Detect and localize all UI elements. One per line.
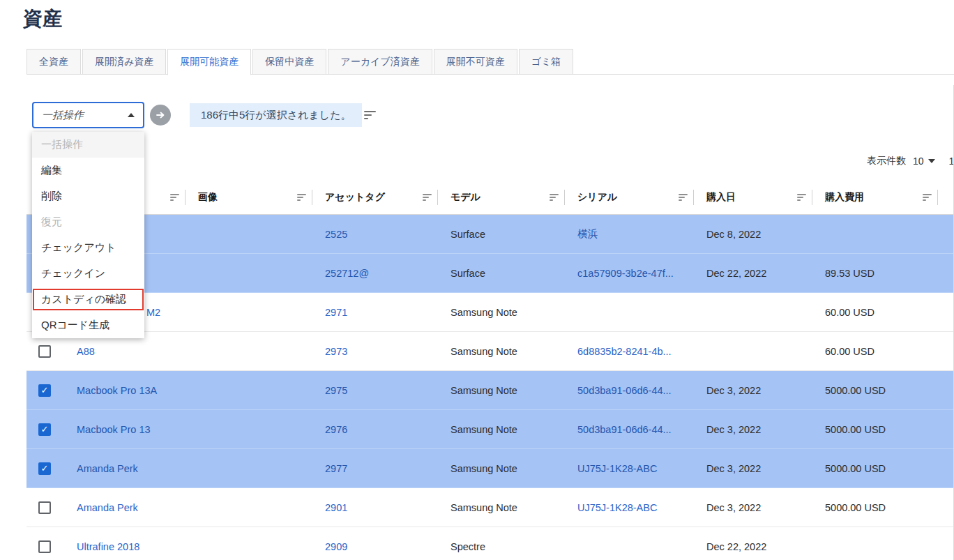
cell-link[interactable]: 50d3ba91-06d6-44...	[577, 385, 672, 396]
table-cell: 50d3ba91-06d6-44...	[565, 410, 694, 448]
table-cell: 横浜	[565, 215, 694, 253]
column-filter-icon[interactable]	[297, 194, 306, 201]
cell-text: 5000.00 USD	[825, 502, 886, 513]
table-cell: Ultrafine 2018	[64, 527, 186, 560]
tab-1[interactable]: 全資産	[26, 49, 81, 75]
column-filter-icon[interactable]	[679, 194, 688, 201]
row-checkbox[interactable]: ✓	[38, 384, 51, 397]
page-title: 資産	[23, 6, 62, 32]
table-cell: 2971	[312, 293, 438, 331]
table-cell	[938, 332, 954, 370]
table-cell	[186, 410, 312, 448]
table-cell	[186, 527, 312, 560]
tab-7[interactable]: ゴミ箱	[519, 49, 574, 75]
column-header[interactable]: 画像	[186, 180, 312, 214]
tab-5[interactable]: アーカイブ済資産	[328, 49, 432, 75]
cell-link[interactable]: Ultrafine 2018	[77, 541, 139, 552]
page-size-select[interactable]: 10	[913, 156, 935, 167]
bulk-menu-item-5[interactable]: チェックアウト	[32, 235, 144, 261]
row-checkbox[interactable]	[38, 501, 51, 514]
column-header[interactable]: シリアル	[565, 180, 694, 214]
cell-text: 89.53 USD	[825, 268, 874, 279]
table-cell: UJ75J-1K28-ABC	[565, 488, 694, 527]
assets-table: 画像アセットタグモデルシリアル購入日購入費用 ✓2525Surface横浜Dec…	[26, 180, 954, 560]
table-cell	[186, 215, 312, 253]
tab-4[interactable]: 保留中資産	[252, 49, 326, 75]
table-cell: ✓	[26, 410, 64, 448]
table-cell: 6d8835b2-8241-4b...	[565, 332, 694, 370]
cell-link[interactable]: A88	[77, 346, 95, 357]
column-header[interactable]: アセットタグ	[312, 180, 438, 214]
table-cell: Dec 22, 2022	[694, 527, 812, 560]
bulk-menu-item-7[interactable]: カストディの確認	[33, 289, 144, 310]
cell-link[interactable]: 252712@	[325, 268, 369, 279]
cell-link[interactable]: Amanda Perk	[77, 463, 138, 474]
cell-link[interactable]: M2	[146, 307, 160, 318]
table-row: M22971Samsung Note60.00 USD	[26, 293, 954, 332]
cell-link[interactable]: 2971	[325, 307, 347, 318]
column-filter-icon[interactable]	[923, 194, 932, 201]
cell-link[interactable]: c1a57909-3b2e-47f...	[577, 268, 674, 279]
cell-link[interactable]: Amanda Perk	[77, 502, 138, 513]
table-row: ✓Amanda Perk2977Samsung NoteUJ75J-1K28-A…	[26, 449, 954, 488]
column-filter-icon[interactable]	[797, 194, 806, 201]
cell-link[interactable]: 横浜	[577, 227, 598, 241]
table-cell: ✓	[26, 371, 64, 409]
cell-text: 5000.00 USD	[825, 385, 886, 396]
cell-text: Dec 8, 2022	[706, 229, 761, 240]
cell-link[interactable]: 6d8835b2-8241-4b...	[577, 346, 672, 357]
table-cell: Dec 3, 2022	[694, 488, 812, 527]
row-checkbox[interactable]	[38, 540, 51, 553]
cell-link[interactable]: UJ75J-1K28-ABC	[577, 502, 657, 513]
table-cell: Macbook Pro 13	[64, 410, 186, 448]
column-header[interactable]: 購入費用	[812, 180, 938, 214]
cell-link[interactable]: Macbook Pro 13A	[77, 385, 157, 396]
table-cell	[186, 254, 312, 292]
table-cell: Samsung Note	[438, 332, 565, 370]
go-button[interactable]	[150, 105, 171, 126]
cell-text: Samsung Note	[450, 307, 517, 318]
row-checkbox[interactable]: ✓	[38, 462, 51, 475]
cell-link[interactable]: 2901	[325, 502, 347, 513]
cell-link[interactable]: 2525	[325, 229, 347, 240]
tab-3[interactable]: 展開可能資産	[167, 49, 251, 75]
table-cell: Dec 8, 2022	[694, 215, 812, 253]
tab-2[interactable]: 展開済み資産	[82, 49, 166, 75]
filter-list-icon[interactable]	[364, 111, 376, 119]
column-header[interactable]: モデル	[438, 180, 565, 214]
table-cell: Dec 3, 2022	[694, 449, 812, 487]
bulk-menu-item-2[interactable]: 編集	[32, 158, 144, 183]
cell-link[interactable]: 2975	[325, 385, 347, 396]
table-cell: Samsung Note	[438, 488, 565, 527]
cell-text: 60.00 USD	[825, 346, 874, 357]
table-cell	[938, 371, 954, 409]
row-checkbox[interactable]: ✓	[38, 423, 51, 436]
cell-link[interactable]: 2976	[325, 424, 347, 435]
tab-6[interactable]: 展開不可資産	[434, 49, 517, 75]
table-cell	[26, 527, 64, 560]
table-cell	[938, 293, 954, 331]
bulk-menu-item-3[interactable]: 削除	[32, 183, 144, 209]
cell-link[interactable]: UJ75J-1K28-ABC	[577, 463, 657, 474]
column-header[interactable]: 購入日	[694, 180, 812, 214]
cell-link[interactable]: 2973	[325, 346, 347, 357]
bulk-actions-menu: 一括操作編集削除復元チェックアウトチェックインカストディの確認QRコード生成	[32, 132, 144, 338]
bulk-menu-item-8[interactable]: QRコード生成	[32, 312, 144, 338]
table-cell: 5000.00 USD	[812, 449, 938, 487]
column-filter-icon[interactable]	[423, 194, 432, 201]
cell-link[interactable]: 2977	[325, 463, 347, 474]
column-filter-icon[interactable]	[170, 194, 179, 201]
cell-text: Samsung Note	[450, 424, 517, 435]
cell-link[interactable]: 2909	[325, 541, 347, 552]
cell-text: Samsung Note	[450, 346, 517, 357]
row-checkbox[interactable]	[38, 345, 51, 358]
table-cell: 50d3ba91-06d6-44...	[565, 371, 694, 409]
table-cell: Samsung Note	[438, 293, 565, 331]
cell-link[interactable]: Macbook Pro 13	[77, 424, 151, 435]
bulk-actions-select[interactable]: 一括操作	[32, 102, 144, 128]
cell-text: 5000.00 USD	[825, 424, 886, 435]
column-filter-icon[interactable]	[550, 194, 559, 201]
table-row: ✓252712@Surfacec1a57909-3b2e-47f...Dec 2…	[26, 254, 954, 293]
bulk-menu-item-6[interactable]: チェックイン	[32, 261, 144, 287]
cell-link[interactable]: 50d3ba91-06d6-44...	[577, 424, 672, 435]
